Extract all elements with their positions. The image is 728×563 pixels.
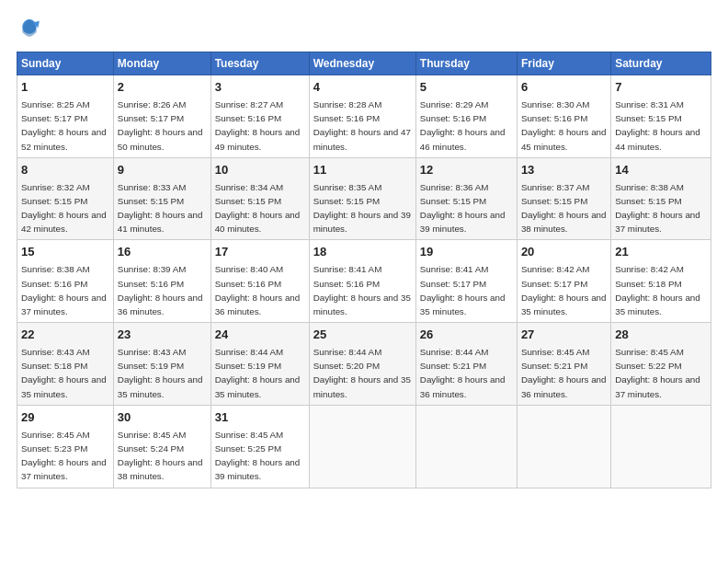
- calendar-cell: 15 Sunrise: 8:38 AMSunset: 5:16 PMDaylig…: [17, 240, 114, 323]
- cell-info: Sunrise: 8:42 AMSunset: 5:17 PMDaylight:…: [521, 264, 607, 316]
- calendar-cell: 10 Sunrise: 8:34 AMSunset: 5:15 PMDaylig…: [210, 157, 309, 240]
- col-header-friday: Friday: [517, 52, 610, 75]
- cell-info: Sunrise: 8:44 AMSunset: 5:19 PMDaylight:…: [215, 347, 301, 399]
- day-number: 3: [215, 79, 305, 97]
- day-number: 27: [521, 327, 607, 344]
- logo-icon: [17, 17, 42, 42]
- day-number: 4: [313, 79, 412, 97]
- calendar-cell: 27 Sunrise: 8:45 AMSunset: 5:21 PMDaylig…: [517, 323, 610, 406]
- day-number: 9: [118, 162, 207, 179]
- cell-info: Sunrise: 8:31 AMSunset: 5:15 PMDaylight:…: [615, 99, 700, 152]
- cell-info: Sunrise: 8:45 AMSunset: 5:23 PMDaylight:…: [21, 430, 107, 482]
- cell-info: Sunrise: 8:40 AMSunset: 5:16 PMDaylight:…: [215, 264, 301, 316]
- calendar-cell: 11 Sunrise: 8:35 AMSunset: 5:15 PMDaylig…: [309, 157, 415, 240]
- cell-info: Sunrise: 8:43 AMSunset: 5:18 PMDaylight:…: [21, 347, 107, 399]
- day-number: 19: [420, 244, 513, 261]
- week-row-5: 29 Sunrise: 8:45 AMSunset: 5:23 PMDaylig…: [17, 405, 711, 488]
- day-number: 25: [313, 327, 412, 344]
- calendar-cell: 4 Sunrise: 8:28 AMSunset: 5:16 PMDayligh…: [309, 75, 415, 158]
- cell-info: Sunrise: 8:30 AMSunset: 5:16 PMDaylight:…: [521, 99, 607, 152]
- col-header-sunday: Sunday: [17, 52, 114, 75]
- calendar-cell: 7 Sunrise: 8:31 AMSunset: 5:15 PMDayligh…: [611, 75, 711, 158]
- calendar-cell: [415, 405, 517, 488]
- calendar-cell: 22 Sunrise: 8:43 AMSunset: 5:18 PMDaylig…: [17, 323, 114, 406]
- day-number: 10: [215, 162, 305, 179]
- calendar-cell: 18 Sunrise: 8:41 AMSunset: 5:16 PMDaylig…: [309, 240, 415, 323]
- col-header-tuesday: Tuesday: [210, 52, 309, 75]
- calendar-cell: 24 Sunrise: 8:44 AMSunset: 5:19 PMDaylig…: [210, 323, 309, 406]
- calendar-cell: 17 Sunrise: 8:40 AMSunset: 5:16 PMDaylig…: [210, 240, 309, 323]
- cell-info: Sunrise: 8:29 AMSunset: 5:16 PMDaylight:…: [420, 99, 506, 152]
- calendar-cell: [611, 405, 711, 488]
- cell-info: Sunrise: 8:34 AMSunset: 5:15 PMDaylight:…: [215, 182, 301, 235]
- day-number: 7: [615, 79, 707, 97]
- page: SundayMondayTuesdayWednesdayThursdayFrid…: [0, 0, 728, 563]
- day-number: 24: [215, 327, 305, 344]
- calendar-cell: 1 Sunrise: 8:25 AMSunset: 5:17 PMDayligh…: [17, 75, 114, 158]
- cell-info: Sunrise: 8:26 AMSunset: 5:17 PMDaylight:…: [118, 99, 203, 152]
- cell-info: Sunrise: 8:45 AMSunset: 5:25 PMDaylight:…: [215, 430, 301, 482]
- col-header-saturday: Saturday: [611, 52, 711, 75]
- day-number: 23: [118, 327, 207, 344]
- day-number: 16: [118, 244, 207, 261]
- day-number: 13: [521, 162, 607, 179]
- col-header-wednesday: Wednesday: [309, 52, 415, 75]
- day-number: 8: [21, 162, 109, 179]
- cell-info: Sunrise: 8:35 AMSunset: 5:15 PMDaylight:…: [313, 182, 411, 235]
- week-row-4: 22 Sunrise: 8:43 AMSunset: 5:18 PMDaylig…: [17, 323, 711, 406]
- cell-info: Sunrise: 8:45 AMSunset: 5:21 PMDaylight:…: [521, 347, 607, 399]
- cell-info: Sunrise: 8:37 AMSunset: 5:15 PMDaylight:…: [521, 182, 607, 235]
- calendar-cell: [309, 405, 415, 488]
- cell-info: Sunrise: 8:42 AMSunset: 5:18 PMDaylight:…: [615, 264, 700, 316]
- calendar-cell: 2 Sunrise: 8:26 AMSunset: 5:17 PMDayligh…: [113, 75, 210, 158]
- day-number: 2: [118, 79, 207, 97]
- col-header-monday: Monday: [113, 52, 210, 75]
- calendar-cell: 20 Sunrise: 8:42 AMSunset: 5:17 PMDaylig…: [517, 240, 610, 323]
- day-number: 1: [21, 79, 109, 97]
- day-number: 18: [313, 244, 412, 261]
- day-number: 5: [420, 79, 513, 97]
- calendar-cell: 31 Sunrise: 8:45 AMSunset: 5:25 PMDaylig…: [210, 405, 309, 488]
- col-header-thursday: Thursday: [415, 52, 517, 75]
- calendar-cell: [517, 405, 610, 488]
- day-number: 12: [420, 162, 513, 179]
- cell-info: Sunrise: 8:45 AMSunset: 5:22 PMDaylight:…: [615, 347, 700, 399]
- day-number: 17: [215, 244, 305, 261]
- cell-info: Sunrise: 8:36 AMSunset: 5:15 PMDaylight:…: [420, 182, 506, 235]
- calendar-cell: 30 Sunrise: 8:45 AMSunset: 5:24 PMDaylig…: [113, 405, 210, 488]
- cell-info: Sunrise: 8:39 AMSunset: 5:16 PMDaylight:…: [118, 264, 203, 316]
- cell-info: Sunrise: 8:41 AMSunset: 5:16 PMDaylight:…: [313, 264, 411, 316]
- day-number: 6: [521, 79, 607, 97]
- calendar-cell: 12 Sunrise: 8:36 AMSunset: 5:15 PMDaylig…: [415, 157, 517, 240]
- cell-info: Sunrise: 8:32 AMSunset: 5:15 PMDaylight:…: [21, 182, 107, 235]
- header: [17, 17, 711, 42]
- calendar-cell: 19 Sunrise: 8:41 AMSunset: 5:17 PMDaylig…: [415, 240, 517, 323]
- day-number: 21: [615, 244, 707, 261]
- cell-info: Sunrise: 8:45 AMSunset: 5:24 PMDaylight:…: [118, 430, 203, 482]
- cell-info: Sunrise: 8:25 AMSunset: 5:17 PMDaylight:…: [21, 99, 107, 152]
- calendar-cell: 6 Sunrise: 8:30 AMSunset: 5:16 PMDayligh…: [517, 75, 610, 158]
- calendar-cell: 29 Sunrise: 8:45 AMSunset: 5:23 PMDaylig…: [17, 405, 114, 488]
- calendar-cell: 16 Sunrise: 8:39 AMSunset: 5:16 PMDaylig…: [113, 240, 210, 323]
- calendar-cell: 23 Sunrise: 8:43 AMSunset: 5:19 PMDaylig…: [113, 323, 210, 406]
- week-row-3: 15 Sunrise: 8:38 AMSunset: 5:16 PMDaylig…: [17, 240, 711, 323]
- cell-info: Sunrise: 8:44 AMSunset: 5:21 PMDaylight:…: [420, 347, 506, 399]
- calendar-cell: 21 Sunrise: 8:42 AMSunset: 5:18 PMDaylig…: [611, 240, 711, 323]
- day-number: 31: [215, 409, 305, 427]
- calendar-cell: 25 Sunrise: 8:44 AMSunset: 5:20 PMDaylig…: [309, 323, 415, 406]
- cell-info: Sunrise: 8:41 AMSunset: 5:17 PMDaylight:…: [420, 264, 506, 316]
- week-row-1: 1 Sunrise: 8:25 AMSunset: 5:17 PMDayligh…: [17, 75, 711, 158]
- cell-info: Sunrise: 8:38 AMSunset: 5:16 PMDaylight:…: [21, 264, 107, 316]
- calendar-cell: 3 Sunrise: 8:27 AMSunset: 5:16 PMDayligh…: [210, 75, 309, 158]
- calendar-table: SundayMondayTuesdayWednesdayThursdayFrid…: [17, 52, 711, 488]
- logo: [17, 17, 46, 42]
- day-number: 28: [615, 327, 707, 344]
- cell-info: Sunrise: 8:28 AMSunset: 5:16 PMDaylight:…: [313, 99, 411, 152]
- day-number: 30: [118, 409, 207, 427]
- calendar-cell: 9 Sunrise: 8:33 AMSunset: 5:15 PMDayligh…: [113, 157, 210, 240]
- calendar-cell: 5 Sunrise: 8:29 AMSunset: 5:16 PMDayligh…: [415, 75, 517, 158]
- day-number: 22: [21, 327, 109, 344]
- cell-info: Sunrise: 8:27 AMSunset: 5:16 PMDaylight:…: [215, 99, 301, 152]
- week-row-2: 8 Sunrise: 8:32 AMSunset: 5:15 PMDayligh…: [17, 157, 711, 240]
- cell-info: Sunrise: 8:38 AMSunset: 5:15 PMDaylight:…: [615, 182, 700, 235]
